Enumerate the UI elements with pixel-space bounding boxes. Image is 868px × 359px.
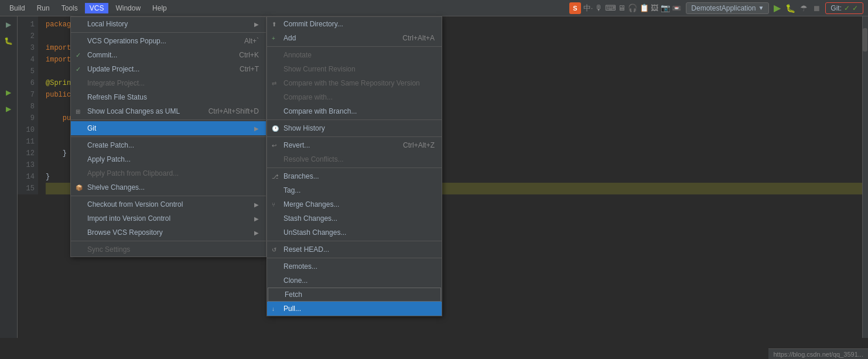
shelve-icon: 📦 xyxy=(76,184,83,191)
git-unstash[interactable]: UnStash Changes... xyxy=(267,225,442,240)
commit-check: ✓ xyxy=(76,52,81,59)
git-show-history[interactable]: 🕐 Show History xyxy=(267,121,442,135)
vcs-commit[interactable]: ✓ Commit... Ctrl+K xyxy=(71,48,266,62)
git-pull[interactable]: ↓ Pull... xyxy=(267,302,442,316)
divider-2 xyxy=(71,119,266,120)
git-clone[interactable]: Clone... xyxy=(267,273,442,288)
menu-build[interactable]: Build xyxy=(5,3,30,13)
commit-dir-icon: ⬆ xyxy=(272,21,276,28)
pull-icon: ↓ xyxy=(272,306,275,312)
git-merge[interactable]: ⑂ Merge Changes... xyxy=(267,197,442,211)
git-compare-branch[interactable]: Compare with Branch... xyxy=(267,104,442,118)
run-config-selector[interactable]: DemotestApplication ▼ xyxy=(686,2,769,14)
vcs-local-history[interactable]: Local History ▶ xyxy=(71,17,266,31)
git-fetch[interactable]: Fetch xyxy=(268,288,441,302)
git-revert[interactable]: ↩ Revert... Ctrl+Alt+Z xyxy=(267,138,442,152)
update-check: ✓ xyxy=(76,66,81,73)
add-icon: + xyxy=(272,35,275,42)
git-branches[interactable]: ⎇ Branches... xyxy=(267,169,442,183)
debug-button[interactable]: 🐛 xyxy=(785,4,795,13)
gutter-debug[interactable]: 🐛 xyxy=(3,35,15,47)
gutter-run2[interactable]: ▶ xyxy=(3,87,15,98)
submenu-arrow-browse: ▶ xyxy=(254,230,259,236)
git-status: Git: ✓ ✓ xyxy=(825,2,863,14)
git-check: ✓ xyxy=(844,4,850,12)
line-numbers: 1 2 3 4 5 6 7 8 9 10 11 12 13 14 15 xyxy=(18,16,38,194)
scrollbar-track[interactable] xyxy=(862,16,868,338)
git-tag[interactable]: Tag... xyxy=(267,183,442,197)
uml-icon: ⊞ xyxy=(76,108,80,115)
divider-3 xyxy=(71,136,266,137)
sonar-icon: S xyxy=(569,2,581,14)
vcs-dropdown[interactable]: Local History ▶ VCS Operations Popup... … xyxy=(70,16,266,257)
vcs-refresh-status[interactable]: Refresh File Status xyxy=(71,90,266,104)
vcs-import[interactable]: Import into Version Control ▶ xyxy=(71,211,266,225)
git-compare-repo: ⇄ Compare with the Same Repository Versi… xyxy=(267,76,442,90)
vcs-sync-settings: Sync Settings xyxy=(71,242,266,257)
git-show-revision: Show Current Revision xyxy=(267,62,442,76)
vcs-update-project[interactable]: ✓ Update Project... Ctrl+T xyxy=(71,62,266,76)
git-commit-directory[interactable]: ⬆ Commit Directory... xyxy=(267,17,442,31)
vcs-apply-patch[interactable]: Apply Patch... xyxy=(71,152,266,166)
submenu-arrow-import: ▶ xyxy=(254,216,259,222)
divider-4 xyxy=(71,196,266,196)
menu-vcs[interactable]: VCS xyxy=(85,3,109,13)
git-stash[interactable]: Stash Changes... xyxy=(267,211,442,225)
toolbar-icons: 中· 🎙 ⌨ 🖥 🎧 📋 🖼 📷 📼 xyxy=(583,3,682,13)
branches-icon: ⎇ xyxy=(272,173,279,180)
git-reset-head[interactable]: ↺ Reset HEAD... xyxy=(267,242,442,257)
vcs-integrate-project: Integrate Project... xyxy=(71,76,266,90)
gutter-run[interactable]: ▶ xyxy=(3,19,15,30)
status-url: https://blog.csdn.net/qq_3591... xyxy=(768,348,868,359)
git-annotate: Annotate xyxy=(267,48,442,62)
menu-bar: Build Run Tools VCS Window Help S 中· 🎙 ⌨… xyxy=(0,0,868,16)
scrollbar-thumb[interactable] xyxy=(863,28,867,52)
vcs-browse[interactable]: Browse VCS Repository ▶ xyxy=(71,225,266,240)
git-tick2: ✓ xyxy=(852,4,858,12)
run-button[interactable]: ▶ xyxy=(774,2,781,13)
vcs-shelve-changes[interactable]: 📦 Shelve Changes... xyxy=(71,180,266,194)
submenu-arrow-checkout: ▶ xyxy=(254,201,259,208)
git-divider-5 xyxy=(267,241,442,241)
vcs-git[interactable]: Git ▶ xyxy=(71,121,266,135)
submenu-arrow-git: ▶ xyxy=(254,125,259,132)
vcs-create-patch[interactable]: Create Patch... xyxy=(71,138,266,152)
git-add[interactable]: + Add Ctrl+Alt+A xyxy=(267,31,442,45)
divider-1 xyxy=(71,32,266,33)
dropdown-icon: ▼ xyxy=(758,5,764,11)
git-divider-6 xyxy=(267,258,442,258)
vcs-apply-patch-clipboard: Apply Patch from Clipboard... xyxy=(71,166,266,180)
git-divider-3 xyxy=(267,136,442,137)
compare-icon: ⇄ xyxy=(272,80,276,87)
left-gutter: ▶ 🐛 ▶ ▶ xyxy=(0,16,18,338)
git-compare-with: Compare with... xyxy=(267,90,442,104)
history-icon: 🕐 xyxy=(272,125,279,132)
vcs-operations-popup[interactable]: VCS Operations Popup... Alt+` xyxy=(71,34,266,48)
stop-button[interactable]: ⏹ xyxy=(812,4,821,13)
git-submenu[interactable]: ⬆ Commit Directory... + Add Ctrl+Alt+A A… xyxy=(266,16,442,316)
gutter-run3[interactable]: ▶ xyxy=(3,103,15,115)
git-divider-1 xyxy=(267,46,442,47)
coverage-button[interactable]: ☂ xyxy=(800,4,808,13)
menu-help[interactable]: Help xyxy=(148,3,172,13)
menu-tools[interactable]: Tools xyxy=(57,3,83,13)
git-resolve-conflicts: Resolve Conflicts... xyxy=(267,152,442,166)
submenu-arrow-history: ▶ xyxy=(254,21,259,28)
git-divider-4 xyxy=(267,167,442,168)
git-divider-2 xyxy=(267,119,442,120)
merge-icon: ⑂ xyxy=(272,201,275,208)
menu-window[interactable]: Window xyxy=(111,3,145,13)
revert-icon: ↩ xyxy=(272,142,276,149)
git-remotes[interactable]: Remotes... xyxy=(267,259,442,273)
reset-icon: ↺ xyxy=(272,247,276,253)
vcs-checkout[interactable]: Checkout from Version Control ▶ xyxy=(71,197,266,211)
run-config-label: DemotestApplication xyxy=(691,4,756,12)
vcs-show-local-changes[interactable]: ⊞ Show Local Changes as UML Ctrl+Alt+Shi… xyxy=(71,104,266,118)
divider-5 xyxy=(71,241,266,241)
menu-run[interactable]: Run xyxy=(32,3,54,13)
